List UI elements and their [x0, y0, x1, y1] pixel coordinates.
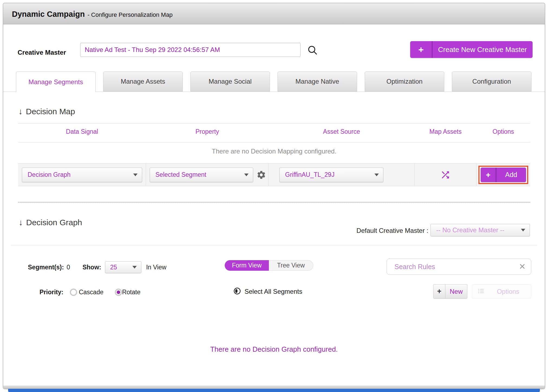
section-divider — [18, 202, 530, 202]
property-settings-button[interactable] — [256, 170, 266, 180]
segments-controls: Segment(s): 0 Show: 25 In View — [28, 259, 167, 275]
creative-master-input[interactable] — [80, 43, 301, 57]
caret-down-icon — [132, 266, 137, 269]
clear-search-button[interactable] — [517, 263, 531, 271]
show-count-dropdown[interactable]: 25 — [105, 261, 141, 273]
column-header-asset-source: Asset Source — [269, 128, 415, 135]
tab-manage-segments[interactable]: Manage Segments — [16, 71, 96, 92]
horizontal-divider — [11, 245, 537, 245]
column-header-property: Property — [146, 128, 269, 135]
show-label: Show: — [83, 264, 101, 271]
cascade-label: Cascade — [79, 289, 103, 296]
gear-icon — [256, 177, 266, 181]
priority-label: Priority: — [40, 289, 63, 296]
plus-icon: + — [481, 168, 496, 182]
options-button-label: Options — [485, 288, 531, 295]
tree-view-button[interactable]: Tree View — [269, 260, 313, 271]
rotate-radio[interactable] — [115, 289, 122, 296]
creative-master-label: Creative Master — [18, 49, 66, 56]
segments-count: 0 — [67, 264, 70, 271]
decision-map-heading: ↓ Decision Map — [18, 107, 75, 116]
default-creative-master-dropdown[interactable]: -- No Creative Master -- — [430, 224, 530, 236]
rotate-label: Rotate — [122, 289, 141, 296]
select-all-segments[interactable]: Select All Segments — [233, 287, 302, 296]
caret-down-icon — [244, 174, 249, 176]
map-assets-button[interactable] — [440, 169, 451, 180]
cascade-radio[interactable] — [70, 289, 77, 296]
form-view-button[interactable]: Form View — [225, 260, 269, 271]
page-title: Dynamic Campaign — [12, 10, 85, 19]
tab-label: Optimization — [386, 78, 422, 85]
down-arrow-icon: ↓ — [19, 218, 23, 227]
options-cell: + Add — [477, 164, 530, 186]
segments-label: Segment(s): — [28, 264, 64, 271]
tab-label: Manage Social — [209, 78, 252, 85]
plus-icon: + — [433, 285, 445, 298]
create-new-creative-master-button[interactable]: + Create New Creative Master — [410, 41, 533, 58]
create-new-creative-master-label: Create New Creative Master — [432, 41, 533, 58]
in-view-label: In View — [146, 264, 167, 271]
decision-graph-heading-text: Decision Graph — [26, 218, 82, 227]
panel-footer — [3, 386, 545, 389]
view-toggle: Form View Tree View — [225, 260, 313, 271]
tab-manage-native[interactable]: Manage Native — [278, 71, 357, 92]
add-button-highlight: + Add — [478, 166, 528, 184]
decision-map-header-divider — [18, 142, 530, 143]
decision-graph-empty-message: There are no Decision Graph configured. — [3, 345, 545, 354]
shuffle-icon — [440, 177, 451, 181]
property-dropdown-value: Selected Segment — [155, 171, 206, 178]
tab-label: Manage Assets — [121, 78, 165, 85]
tab-label: Manage Native — [295, 78, 339, 85]
priority-controls: Priority: Cascade Rotate — [40, 286, 141, 299]
property-cell: Selected Segment — [146, 164, 269, 186]
options-button[interactable]: Options — [472, 284, 531, 299]
data-signal-dropdown-value: Decision Graph — [28, 171, 71, 178]
default-creative-master-value: -- No Creative Master -- — [436, 226, 504, 234]
decision-graph-heading: ↓ Decision Graph — [19, 218, 82, 227]
new-button-label: New — [445, 285, 467, 298]
asset-source-dropdown-value: GriffinAU_TL_29J — [285, 171, 334, 178]
asset-source-cell: GriffinAU_TL_29J — [269, 164, 415, 186]
close-icon — [518, 267, 526, 271]
map-assets-cell — [415, 164, 477, 186]
bottom-scrollbar[interactable] — [8, 389, 540, 392]
decision-map-column-headers: Data Signal Property Asset Source Map As… — [18, 123, 530, 140]
new-button[interactable]: + New — [433, 284, 467, 299]
tab-label: Manage Segments — [28, 78, 83, 86]
plus-icon: + — [410, 41, 432, 58]
add-button[interactable]: + Add — [481, 168, 526, 182]
decision-map-add-row: Decision Graph Selected Segment GriffinA… — [18, 163, 530, 186]
search-rules-input[interactable] — [387, 263, 517, 271]
add-button-label: Add — [496, 168, 526, 182]
tab-optimization[interactable]: Optimization — [365, 71, 444, 92]
property-dropdown[interactable]: Selected Segment — [150, 168, 253, 182]
list-icon — [472, 287, 485, 296]
search-icon — [307, 53, 318, 57]
caret-down-icon — [374, 174, 379, 176]
default-creative-master-label: Default Creative Master : — [323, 227, 428, 234]
data-signal-cell: Decision Graph — [18, 164, 146, 186]
decision-map-empty-message: There are no Decision Mapping configured… — [18, 148, 530, 155]
asset-source-dropdown[interactable]: GriffinAU_TL_29J — [279, 168, 383, 182]
caret-down-icon — [133, 174, 138, 176]
tab-configuration[interactable]: Configuration — [452, 71, 531, 92]
decision-map-heading-text: Decision Map — [26, 107, 75, 116]
select-all-segments-label: Select All Segments — [244, 288, 302, 295]
title-bar: Dynamic Campaign - Configure Personaliza… — [3, 3, 545, 24]
show-count-value: 25 — [110, 264, 117, 271]
down-arrow-icon: ↓ — [18, 107, 23, 116]
search-rules-box — [387, 259, 531, 275]
toggle-icon — [233, 287, 241, 296]
column-header-data-signal: Data Signal — [18, 128, 146, 135]
search-button[interactable] — [306, 44, 318, 56]
main-panel: Dynamic Campaign - Configure Personaliza… — [3, 3, 545, 389]
page-subtitle: - Configure Personalization Map — [87, 11, 172, 18]
caret-down-icon — [521, 229, 525, 231]
column-header-options: Options — [477, 128, 530, 135]
column-header-map-assets: Map Assets — [415, 128, 477, 135]
tab-manage-social[interactable]: Manage Social — [190, 71, 270, 92]
tab-label: Configuration — [472, 78, 511, 85]
data-signal-dropdown[interactable]: Decision Graph — [22, 168, 142, 182]
tab-manage-assets[interactable]: Manage Assets — [103, 71, 183, 92]
